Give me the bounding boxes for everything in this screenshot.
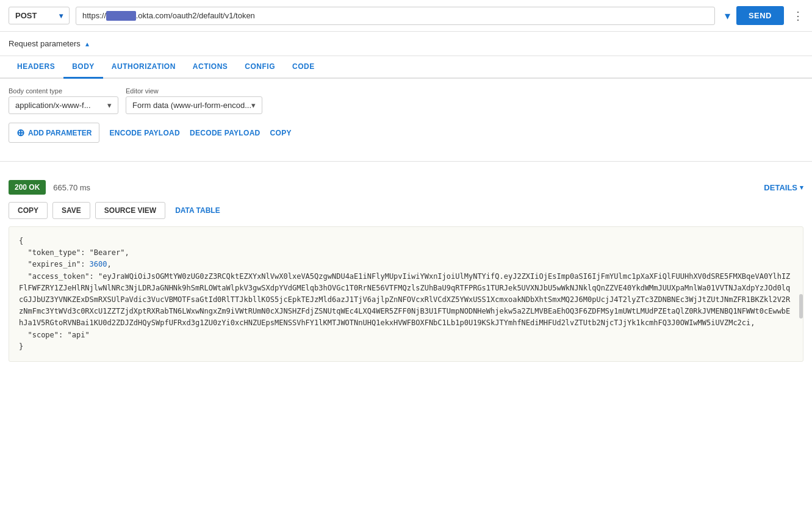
tab-config[interactable]: CONFIG xyxy=(236,56,284,79)
add-circle-icon: ⊕ xyxy=(16,127,24,138)
scrollbar[interactable] xyxy=(799,294,803,318)
tab-authorization[interactable]: AUTHORIZATION xyxy=(103,56,184,79)
top-bar: POST ▾ https:// .okta.com/oauth2/default… xyxy=(0,0,812,32)
tab-body[interactable]: BODY xyxy=(63,56,103,79)
editor-view-label: Editor view xyxy=(126,87,262,95)
method-dropdown[interactable]: POST ▾ xyxy=(9,7,70,24)
decode-payload-button[interactable]: DECODE PAYLOAD xyxy=(190,129,260,137)
request-params-bar[interactable]: Request parameters ▴ xyxy=(0,32,812,56)
response-data-table-button[interactable]: DATA TABLE xyxy=(170,202,225,219)
more-options-icon[interactable]: ⋮ xyxy=(792,9,803,23)
body-copy-button[interactable]: COPY xyxy=(270,129,292,137)
send-button[interactable]: SEND xyxy=(736,6,784,25)
url-prefix: https:// xyxy=(82,11,106,20)
section-divider xyxy=(0,161,812,162)
response-section: 200 OK 665.70 ms DETAILS ▾ COPY SAVE SOU… xyxy=(0,171,812,370)
content-type-dropdown[interactable]: application/x-www-f... ▾ xyxy=(9,96,118,114)
json-output: { "token_type": "Bearer", "expires_in": … xyxy=(9,226,803,362)
status-left: 200 OK 665.70 ms xyxy=(9,180,90,195)
details-button[interactable]: DETAILS ▾ xyxy=(764,183,803,192)
details-chevron-icon: ▾ xyxy=(800,184,803,192)
editor-view-chevron-icon: ▾ xyxy=(251,101,256,110)
response-buttons: COPY SAVE SOURCE VIEW DATA TABLE xyxy=(9,202,803,219)
response-source-view-button[interactable]: SOURCE VIEW xyxy=(95,202,165,219)
response-save-button[interactable]: SAVE xyxy=(52,202,90,219)
content-type-label: Body content type xyxy=(9,87,118,95)
status-badge: 200 OK xyxy=(9,180,46,195)
editor-view-value: Form data (www-url-form-encod... xyxy=(132,101,251,110)
response-status-bar: 200 OK 665.70 ms DETAILS ▾ xyxy=(9,180,803,195)
json-content: { "token_type": "Bearer", "expires_in": … xyxy=(19,236,793,353)
tab-code[interactable]: CODE xyxy=(284,56,323,79)
editor-view-field: Editor view Form data (www-url-form-enco… xyxy=(126,87,262,114)
request-params-chevron-icon: ▴ xyxy=(85,40,89,48)
response-time: 665.70 ms xyxy=(53,183,90,192)
method-label: POST xyxy=(15,11,37,20)
tabs-bar: HEADERS BODY AUTHORIZATION ACTIONS CONFI… xyxy=(0,56,812,79)
url-input-wrapper: https:// .okta.com/oauth2/default/v1/tok… xyxy=(76,7,715,25)
url-history-chevron-icon[interactable]: ▾ xyxy=(725,9,730,23)
editor-view-dropdown[interactable]: Form data (www-url-form-encod... ▾ xyxy=(126,96,262,114)
method-chevron-icon: ▾ xyxy=(59,12,63,20)
tab-headers[interactable]: HEADERS xyxy=(9,56,63,79)
body-section: Body content type application/x-www-f...… xyxy=(0,79,812,151)
add-parameter-button[interactable]: ⊕ ADD PARAMETER xyxy=(9,123,99,143)
content-type-value: application/x-www-f... xyxy=(15,101,91,110)
add-param-label: ADD PARAMETER xyxy=(28,129,92,137)
url-highlight xyxy=(106,11,136,21)
dropdowns-row: Body content type application/x-www-f...… xyxy=(9,87,803,114)
request-params-label: Request parameters xyxy=(9,39,81,48)
details-label: DETAILS xyxy=(764,183,797,192)
body-actions-row: ⊕ ADD PARAMETER ENCODE PAYLOAD DECODE PA… xyxy=(9,123,803,143)
content-type-chevron-icon: ▾ xyxy=(107,101,112,110)
encode-payload-button[interactable]: ENCODE PAYLOAD xyxy=(109,129,180,137)
content-type-field: Body content type application/x-www-f...… xyxy=(9,87,118,114)
tab-actions[interactable]: ACTIONS xyxy=(184,56,237,79)
url-suffix: .okta.com/oauth2/default/v1/token xyxy=(136,11,255,20)
response-copy-button[interactable]: COPY xyxy=(9,202,48,219)
